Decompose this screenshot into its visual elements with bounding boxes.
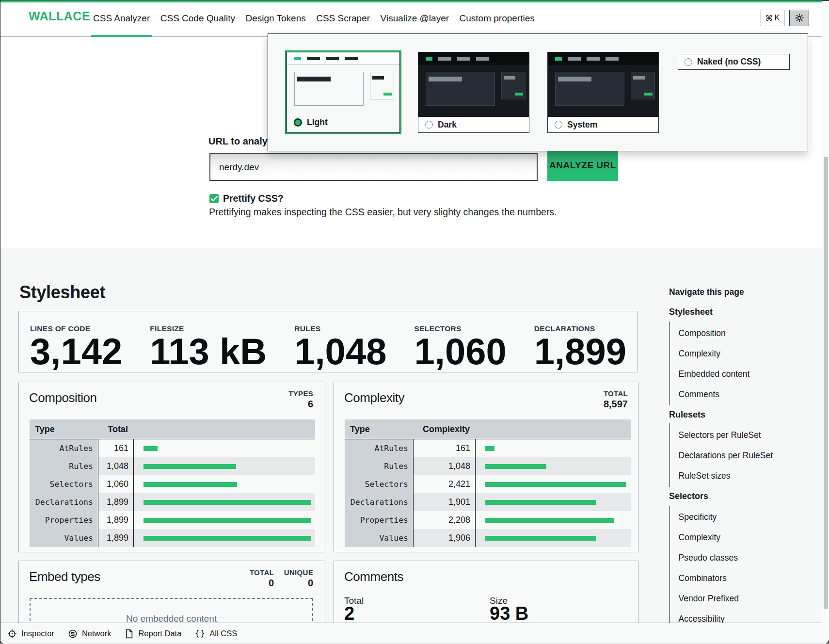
comments-total: Total2 [344,596,364,624]
tool-report-data[interactable]: Report Data [125,629,181,639]
embed-total: TOTAL0 [250,568,274,589]
tool-network[interactable]: Network [68,629,112,639]
theme-dark[interactable]: Dark [418,52,529,133]
theme-naked[interactable]: Naked (no CSS) [678,54,790,70]
stylesheet-heading: Stylesheet [19,284,105,301]
header: WALLACE CSS Analyzer CSS Code Quality De… [0,0,829,37]
devtools-bar: Inspector Network Report Data All CSS [0,623,829,644]
nav-visualize-layer[interactable]: Visualize @layer [381,13,449,24]
scrollbar [822,0,829,644]
comments-size: Size93 B [490,596,528,624]
theme-toggle[interactable] [789,10,809,26]
theme-panel: Light Dark System Naked (no CSS) [268,33,808,151]
theme-system[interactable]: System [547,52,659,133]
composition-table: TypeTotal AtRules161 Rules1,048 Selector… [30,419,315,547]
nav-custom-properties[interactable]: Custom properties [460,13,535,24]
prettify-checkbox: Prettify CSS? [209,193,284,204]
logo: WALLACE [29,10,90,22]
stat-rules: RULES1,048 [294,324,386,372]
stat-filesize: FILESIZE113 kB [150,324,267,372]
stat-selectors: SELECTORS1,060 [414,324,507,372]
nav-css-code-quality[interactable]: CSS Code Quality [160,13,235,24]
stat-lines: LINES OF CODE3,142 [30,324,122,372]
url-input[interactable]: nerdy.dev [209,153,538,181]
tool-inspector[interactable]: Inspector [7,629,54,639]
nav-css-scraper[interactable]: CSS Scraper [316,13,370,24]
analyze-button[interactable]: ANALYZE URL [547,149,618,181]
theme-light[interactable]: Light [287,52,400,133]
page: WALLACE CSS Analyzer CSS Code Quality De… [0,0,829,644]
nav-css-analyzer[interactable]: CSS Analyzer [93,13,150,24]
page-nav: Navigate this page Stylesheet Compositio… [669,285,810,630]
results-section: Stylesheet LINES OF CODE3,142 FILESIZE11… [0,248,829,623]
tool-all-css[interactable]: All CSS [195,629,237,639]
kbd-shortcut[interactable]: ⌘K [761,10,784,26]
stat-declarations: DECLARATIONS1,899 [534,324,626,372]
composition-card: Composition TYPES6 TypeTotal AtRules161 … [18,382,324,552]
stats-summary: LINES OF CODE3,142 FILESIZE113 kB RULES1… [18,311,638,372]
main-nav: CSS Analyzer CSS Code Quality Design Tok… [93,0,535,37]
prettify-description: Prettifying makes inspecting the CSS eas… [209,207,557,218]
embed-unique: UNIQUE0 [284,568,313,589]
complexity-card: Complexity TOTAL8,597 TypeComplexity AtR… [334,382,638,552]
comments-card: Comments Total2 Size93 B [334,561,638,623]
embed-card: Embed types TOTAL0 UNIQUE0 No embedded c… [18,561,324,623]
complexity-table: TypeComplexity AtRules161 Rules1,048 Sel… [345,419,631,547]
nav-design-tokens[interactable]: Design Tokens [245,13,305,24]
